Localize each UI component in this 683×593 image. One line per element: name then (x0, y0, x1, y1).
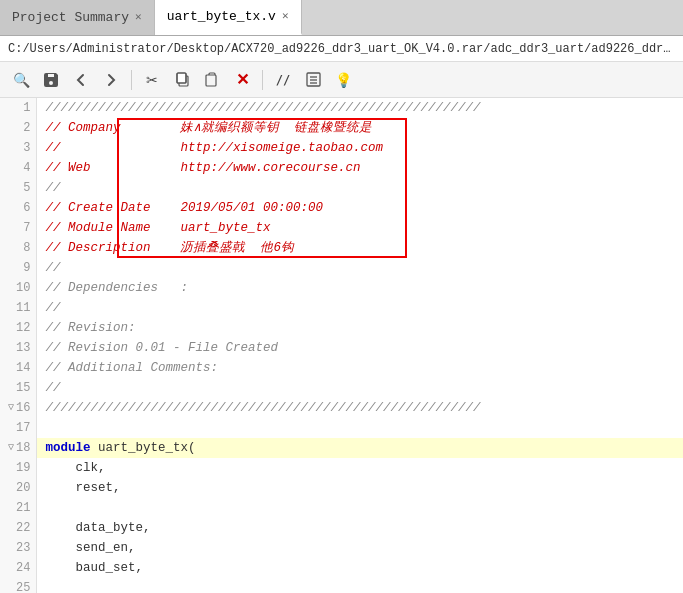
line-number-12: 12 (0, 318, 36, 338)
line-number-13: 13 (0, 338, 36, 358)
save-button[interactable] (38, 67, 64, 93)
editor-area: 123456789101112131415▽1617▽1819202122232… (0, 98, 683, 593)
line-number-1: 1 (0, 98, 36, 118)
line-num-label: 2 (23, 118, 30, 138)
code-line-17[interactable] (37, 418, 683, 438)
line-number-11: 11 (0, 298, 36, 318)
paste-button[interactable] (199, 67, 225, 93)
line-num-label: 21 (16, 498, 30, 518)
code-line-15[interactable]: // (37, 378, 683, 398)
line-number-15: 15 (0, 378, 36, 398)
tab-project-summary[interactable]: Project Summary ✕ (0, 0, 155, 35)
line-number-4: 4 (0, 158, 36, 178)
tab-bar: Project Summary ✕ uart_byte_tx.v ✕ (0, 0, 683, 36)
line-num-label: 4 (23, 158, 30, 178)
code-line-8[interactable]: // Description 沥插叠盛戟 他6钩 (37, 238, 683, 258)
code-line-2[interactable]: // Company 妹∧就编织额等钥 链盘橡暨统是 (37, 118, 683, 138)
line-number-18: ▽18 (0, 438, 36, 458)
svg-rect-3 (206, 75, 216, 86)
code-line-14[interactable]: // Additional Comments: (37, 358, 683, 378)
svg-rect-1 (177, 73, 186, 83)
delete-button[interactable]: ✕ (229, 67, 255, 93)
code-line-5[interactable]: // (37, 178, 683, 198)
code-line-16[interactable]: ////////////////////////////////////////… (37, 398, 683, 418)
line-num-label: 20 (16, 478, 30, 498)
tab-uart-byte-tx[interactable]: uart_byte_tx.v ✕ (155, 0, 302, 35)
line-num-label: 10 (16, 278, 30, 298)
code-line-13[interactable]: // Revision 0.01 - File Created (37, 338, 683, 358)
line-num-label: 14 (16, 358, 30, 378)
line-number-2: 2 (0, 118, 36, 138)
code-content[interactable]: ////////////////////////////////////////… (37, 98, 683, 593)
line-num-label: 12 (16, 318, 30, 338)
fold-icon-18[interactable]: ▽ (8, 438, 14, 458)
line-number-22: 22 (0, 518, 36, 538)
line-number-7: 7 (0, 218, 36, 238)
code-line-10[interactable]: // Dependencies : (37, 278, 683, 298)
line-number-17: 17 (0, 418, 36, 438)
line-number-23: 23 (0, 538, 36, 558)
code-line-24[interactable]: baud_set, (37, 558, 683, 578)
line-num-label: 15 (16, 378, 30, 398)
line-number-16: ▽16 (0, 398, 36, 418)
tab-close-project-summary[interactable]: ✕ (135, 12, 142, 23)
line-numbers: 123456789101112131415▽1617▽1819202122232… (0, 98, 37, 593)
line-number-24: 24 (0, 558, 36, 578)
line-num-label: 16 (16, 398, 30, 418)
toolbar-sep-2 (262, 70, 263, 90)
code-line-25[interactable] (37, 578, 683, 593)
line-num-label: 13 (16, 338, 30, 358)
line-num-label: 1 (23, 98, 30, 118)
tab-label: Project Summary (12, 10, 129, 25)
line-number-10: 10 (0, 278, 36, 298)
search-button[interactable]: 🔍 (8, 67, 34, 93)
line-number-25: 25 (0, 578, 36, 593)
line-num-label: 23 (16, 538, 30, 558)
code-line-12[interactable]: // Revision: (37, 318, 683, 338)
line-number-5: 5 (0, 178, 36, 198)
line-num-label: 17 (16, 418, 30, 438)
line-number-19: 19 (0, 458, 36, 478)
line-number-6: 6 (0, 198, 36, 218)
line-num-label: 6 (23, 198, 30, 218)
line-number-21: 21 (0, 498, 36, 518)
path-bar: C:/Users/Administrator/Desktop/ACX720_ad… (0, 36, 683, 62)
tab-close-uart-byte-tx[interactable]: ✕ (282, 11, 289, 22)
fold-icon-16[interactable]: ▽ (8, 398, 14, 418)
toolbar-sep-1 (131, 70, 132, 90)
code-line-1[interactable]: ////////////////////////////////////////… (37, 98, 683, 118)
code-line-18[interactable]: module uart_byte_tx( (37, 438, 683, 458)
code-line-3[interactable]: // http://xisomeige.taobao.com (37, 138, 683, 158)
line-num-label: 11 (16, 298, 30, 318)
line-num-label: 8 (23, 238, 30, 258)
line-num-label: 24 (16, 558, 30, 578)
line-num-label: 7 (23, 218, 30, 238)
line-num-label: 3 (23, 138, 30, 158)
indent-button[interactable] (300, 67, 326, 93)
line-number-20: 20 (0, 478, 36, 498)
code-line-11[interactable]: // (37, 298, 683, 318)
cut-button[interactable]: ✂ (139, 67, 165, 93)
code-line-19[interactable]: clk, (37, 458, 683, 478)
copy-button[interactable] (169, 67, 195, 93)
code-line-23[interactable]: send_en, (37, 538, 683, 558)
line-number-8: 8 (0, 238, 36, 258)
line-number-14: 14 (0, 358, 36, 378)
code-line-21[interactable] (37, 498, 683, 518)
code-line-4[interactable]: // Web http://www.corecourse.cn (37, 158, 683, 178)
back-button[interactable] (68, 67, 94, 93)
bulb-button[interactable]: 💡 (330, 67, 356, 93)
comment-button[interactable]: // (270, 67, 296, 93)
line-number-9: 9 (0, 258, 36, 278)
code-line-22[interactable]: data_byte, (37, 518, 683, 538)
code-line-7[interactable]: // Module Name uart_byte_tx (37, 218, 683, 238)
line-num-label: 19 (16, 458, 30, 478)
line-num-label: 5 (23, 178, 30, 198)
line-num-label: 25 (16, 578, 30, 593)
code-line-6[interactable]: // Create Date 2019/05/01 00:00:00 (37, 198, 683, 218)
file-path: C:/Users/Administrator/Desktop/ACX720_ad… (8, 42, 683, 56)
forward-button[interactable] (98, 67, 124, 93)
code-line-9[interactable]: // (37, 258, 683, 278)
code-line-20[interactable]: reset, (37, 478, 683, 498)
line-num-label: 9 (23, 258, 30, 278)
